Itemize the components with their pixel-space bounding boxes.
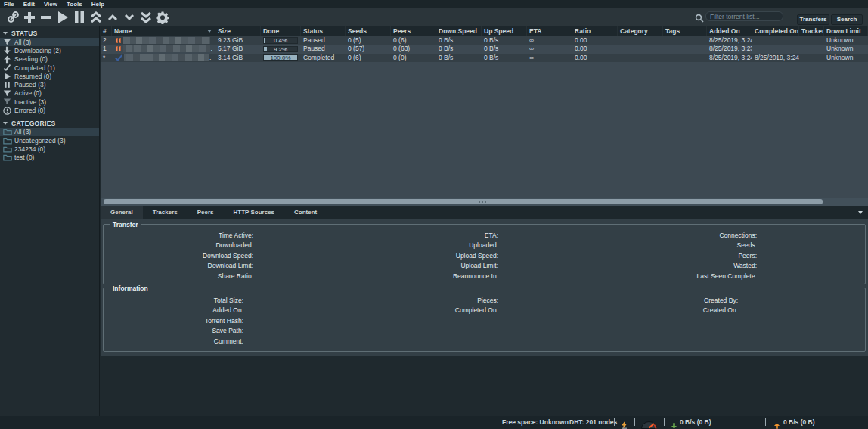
splitter-grip[interactable] xyxy=(479,201,486,203)
tab-peers[interactable]: Peers xyxy=(188,206,224,219)
download-limit-label: Download Limit: xyxy=(104,261,253,271)
column-header-peers[interactable]: Peers xyxy=(391,26,436,36)
details-panel: Transfer Time Active: Downloaded: Downlo… xyxy=(101,219,868,356)
tab-content[interactable]: Content xyxy=(284,206,327,219)
column-header-completed-on[interactable]: Completed On xyxy=(752,26,799,36)
uploaded-label: Uploaded: xyxy=(300,241,498,250)
connections-label: Connections: xyxy=(527,231,757,241)
tab-http-sources[interactable]: HTTP Sources xyxy=(224,206,285,219)
download-speed-status[interactable]: 0 B/s (0 B) xyxy=(680,418,711,427)
column-header-eta[interactable]: ETA xyxy=(527,26,572,36)
remove-torrent-minus-icon[interactable] xyxy=(38,11,54,24)
column-header-added-on[interactable]: Added On xyxy=(707,26,752,36)
check-icon xyxy=(2,64,12,72)
transfer-groupbox: Transfer Time Active: Downloaded: Downlo… xyxy=(103,224,866,284)
sidebar-item-all[interactable]: All (3) xyxy=(0,38,99,46)
column-header-status[interactable]: Status xyxy=(301,26,346,36)
column-header-ratio[interactable]: Ratio xyxy=(572,26,618,36)
censored-torrent-name xyxy=(123,45,210,52)
filter-torrent-input[interactable] xyxy=(705,11,783,21)
sidebar: STATUS All (3) Downloading (2) Seeding (… xyxy=(0,26,100,416)
queue-top-icon[interactable] xyxy=(88,11,104,24)
seeds-label: Seeds: xyxy=(527,241,757,250)
sidebar-item-downloading[interactable]: Downloading (2) xyxy=(0,46,99,54)
torrent-client-window: File Edit View Tools Help xyxy=(0,0,868,429)
details-tab-bar: General Trackers Peers HTTP Sources Cont… xyxy=(101,206,868,219)
collapse-triangle-icon xyxy=(3,32,8,35)
tab-overflow-dropdown-icon[interactable] xyxy=(858,211,863,214)
tab-trackers[interactable]: Trackers xyxy=(143,206,188,219)
column-header-tags[interactable]: Tags xyxy=(663,26,707,36)
sidebar-category-234234[interactable]: 234234 (0) xyxy=(0,145,99,153)
column-header-done[interactable]: Done xyxy=(261,26,301,36)
add-torrent-plus-icon[interactable] xyxy=(21,11,38,24)
column-header-seeds[interactable]: Seeds xyxy=(346,26,391,36)
connection-warning-icon[interactable] xyxy=(621,418,628,429)
column-header-category[interactable]: Category xyxy=(618,26,663,36)
created-on-label: Created On: xyxy=(527,306,738,316)
upload-speed-status[interactable]: 0 B/s (0 B) xyxy=(783,418,815,427)
table-row[interactable]: * . 3.14 GiB 100.0% Completed 0 (6) 0 (0… xyxy=(101,54,868,62)
censored-torrent-name xyxy=(123,37,210,44)
menu-view[interactable]: View xyxy=(39,0,62,8)
column-header-size[interactable]: Size xyxy=(215,26,261,36)
column-header-number[interactable]: # xyxy=(101,26,112,36)
sidebar-item-resumed[interactable]: Resumed (0) xyxy=(0,72,99,80)
completed-check-icon xyxy=(115,54,122,61)
censored-torrent-name xyxy=(124,54,209,61)
torrent-table-header: # Name Size Done Status Seeds Peers Down… xyxy=(101,26,868,36)
column-header-tracker[interactable]: Tracker xyxy=(799,26,824,36)
column-header-name[interactable]: Name xyxy=(112,26,215,36)
dht-status[interactable]: DHT: 201 nodes xyxy=(569,418,617,427)
toolbar: Transfers Search xyxy=(0,8,868,26)
sidebar-item-paused[interactable]: Paused (3) xyxy=(0,80,99,89)
sidebar-item-errored[interactable]: Errored (0) xyxy=(0,106,99,114)
transfers-button[interactable]: Transfers xyxy=(797,14,829,25)
folder-icon xyxy=(2,136,12,145)
separator xyxy=(563,418,563,426)
preferences-gear-icon[interactable] xyxy=(154,11,171,24)
collapse-triangle-icon xyxy=(3,122,8,125)
menu-edit[interactable]: Edit xyxy=(19,0,39,8)
status-section-header[interactable]: STATUS xyxy=(0,29,99,38)
resume-play-icon[interactable] xyxy=(54,11,71,24)
queue-bottom-icon[interactable] xyxy=(138,11,154,24)
sidebar-category-test[interactable]: test (0) xyxy=(0,154,99,162)
speed-gauge-icon[interactable] xyxy=(640,418,658,429)
queue-up-icon[interactable] xyxy=(104,11,121,24)
play-icon xyxy=(2,72,12,80)
separator xyxy=(614,418,615,426)
torrent-hash-label: Torrent Hash: xyxy=(104,316,243,326)
added-on-label: Added On: xyxy=(104,306,243,316)
sidebar-item-inactive[interactable]: Inactive (3) xyxy=(0,98,99,106)
pause-icon xyxy=(2,81,12,89)
menu-help[interactable]: Help xyxy=(87,0,109,8)
column-header-down-speed[interactable]: Down Speed xyxy=(436,26,482,36)
last-seen-complete-label: Last Seen Complete: xyxy=(527,272,757,281)
menu-tools[interactable]: Tools xyxy=(62,0,87,8)
search-icon xyxy=(695,12,704,26)
sidebar-item-active[interactable]: Active (0) xyxy=(0,89,99,98)
sidebar-item-seeding[interactable]: Seeding (0) xyxy=(0,55,99,64)
add-url-link-icon[interactable] xyxy=(5,11,21,24)
sidebar-item-completed[interactable]: Completed (1) xyxy=(0,64,99,72)
funnel-icon xyxy=(2,98,12,106)
column-header-up-speed[interactable]: Up Speed xyxy=(482,26,527,36)
sidebar-category-all[interactable]: All (3) xyxy=(0,128,99,136)
queue-down-icon[interactable] xyxy=(121,11,138,24)
upload-limit-label: Upload Limit: xyxy=(300,261,498,271)
upload-arrow-icon xyxy=(773,419,780,429)
menu-file[interactable]: File xyxy=(4,0,19,8)
tab-general[interactable]: General xyxy=(101,206,143,219)
categories-section-header[interactable]: CATEGORIES xyxy=(0,119,99,128)
search-button[interactable]: Search xyxy=(831,14,863,25)
table-row[interactable]: 1 . 5.17 GiB 9.2% Paused 0 (57) 0 (63) 0… xyxy=(101,45,868,53)
sort-descending-icon xyxy=(207,30,212,33)
sidebar-category-uncategorized[interactable]: Uncategorized (3) xyxy=(0,136,99,145)
column-header-down-limit[interactable]: Down Limit xyxy=(824,26,868,36)
paused-state-icon xyxy=(116,46,121,51)
pause-icon[interactable] xyxy=(71,11,88,24)
table-row[interactable]: 2 . 9.23 GiB 0.4% Paused 0 (5) 0 (6) 0 B… xyxy=(101,36,868,45)
horizontal-scrollbar-thumb[interactable] xyxy=(104,199,823,204)
time-active-label: Time Active: xyxy=(104,231,253,241)
